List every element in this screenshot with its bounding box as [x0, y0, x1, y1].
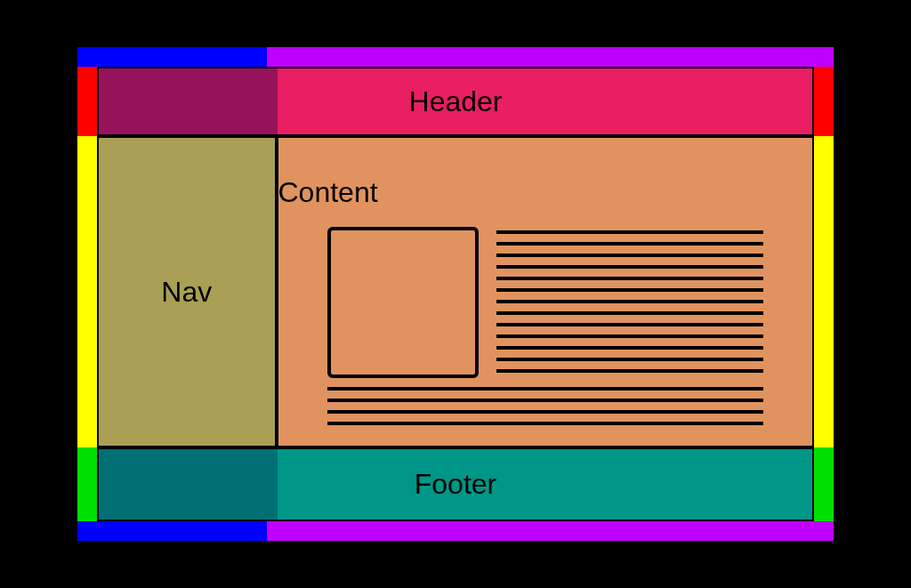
nav-label: Nav	[161, 276, 212, 309]
footer-nav-overlap	[99, 449, 278, 520]
border-right-bot	[814, 447, 834, 521]
text-line	[496, 277, 764, 280]
text-line	[496, 311, 764, 315]
content-region: Content	[277, 136, 815, 447]
text-line	[496, 334, 764, 338]
text-line	[496, 288, 764, 292]
text-line	[327, 399, 764, 402]
text-line	[496, 242, 764, 246]
border-right-mid	[814, 136, 834, 447]
border-bottom-right	[267, 521, 834, 541]
content-text-lines	[496, 227, 764, 378]
header-label: Header	[409, 85, 503, 118]
content-label: Content	[278, 176, 378, 209]
footer-label: Footer	[415, 468, 496, 501]
text-line	[327, 410, 764, 414]
border-left-top	[77, 67, 97, 136]
border-left-mid	[77, 136, 97, 447]
text-line	[496, 230, 764, 234]
nav-region: Nav	[97, 136, 277, 447]
border-bottom-left	[77, 521, 267, 541]
footer-region: Footer	[97, 447, 814, 521]
content-body	[278, 209, 813, 387]
text-line	[496, 346, 764, 350]
text-line	[327, 387, 764, 391]
content-full-lines	[327, 387, 764, 425]
content-image-placeholder	[327, 227, 479, 378]
text-line	[496, 369, 764, 373]
text-line	[496, 254, 764, 257]
header-nav-overlap	[99, 68, 278, 134]
layout-diagram: Header Nav Content	[77, 47, 834, 541]
text-line	[496, 300, 764, 303]
border-top-right	[267, 47, 834, 67]
border-right-top	[814, 67, 834, 136]
border-top-left	[77, 47, 267, 67]
text-line	[327, 422, 764, 425]
text-line	[496, 358, 764, 361]
grid-layout: Header Nav Content	[97, 67, 814, 521]
text-line	[496, 323, 764, 326]
border-left-bot	[77, 447, 97, 521]
text-line	[496, 265, 764, 269]
header-region: Header	[97, 67, 814, 136]
